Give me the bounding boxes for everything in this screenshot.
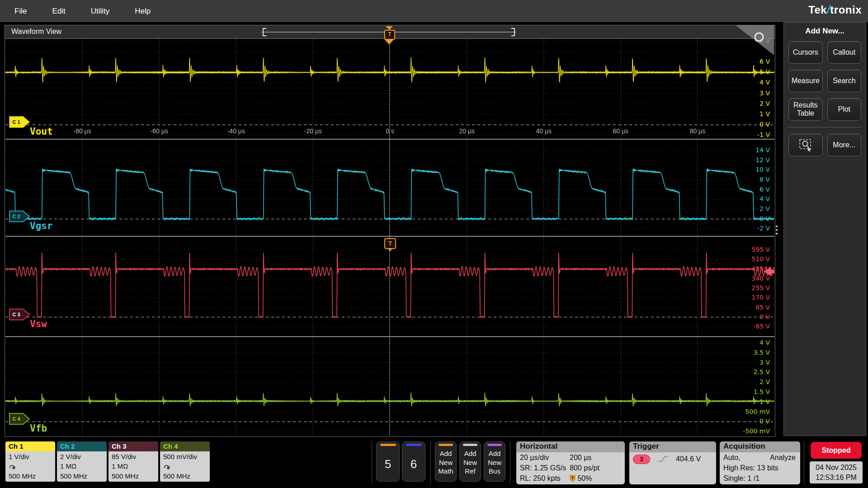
vtick-vsw: 595 V <box>729 246 770 253</box>
channel-scale: 2 V/div <box>60 452 104 461</box>
footer-separator <box>372 441 372 484</box>
accent-strip <box>487 444 502 446</box>
channel-name-vfb: Vfb <box>30 423 47 434</box>
menu-item-file[interactable]: File <box>14 7 27 16</box>
vtick-vsw: 255 V <box>729 284 770 291</box>
vtick-vout: -1 V <box>729 131 770 138</box>
slice-divider <box>5 236 774 237</box>
vtick-vgsr: 8 V <box>729 176 770 183</box>
horizontal-window: 200 µs <box>570 452 591 463</box>
channel-panel-ch4[interactable]: Ch 4500 mV/div500 MHz <box>160 441 210 482</box>
acquisition-panel-title: Acquisition <box>720 441 800 452</box>
channel-slice-vgsr: 14 V12 V10 V8 V6 V4 V2 V0 V-2 VC 2Vgsr <box>5 140 774 236</box>
add-new-measure-button[interactable]: Measure <box>788 70 823 92</box>
vtick-vfb: 4 V <box>729 339 770 346</box>
channel-panel-ch3[interactable]: Ch 385 V/div1 MΩ500 MHz <box>108 441 158 482</box>
vtick-vsw: -85 V <box>729 323 770 330</box>
menu-item-edit[interactable]: Edit <box>52 7 65 16</box>
channel-bandwidth: 500 MHz <box>60 471 104 481</box>
add-new-math-button[interactable]: AddNewMath <box>435 441 457 482</box>
time-tick: -60 µs <box>151 127 168 135</box>
waveform-view-header: Waveform View T <box>5 25 775 39</box>
channel-badge-c4[interactable]: C 4 <box>9 413 30 425</box>
trigger-position-marker-icon[interactable] <box>384 39 394 45</box>
svg-text:C 2: C 2 <box>12 214 20 219</box>
menu-item-utility[interactable]: Utility <box>91 7 110 16</box>
channel-badge-c3[interactable]: C 3 <box>9 309 30 320</box>
panel-resize-handle[interactable] <box>776 224 778 236</box>
add-new-results-table-button[interactable]: Results Table <box>788 98 823 121</box>
zoom-select-button[interactable] <box>788 134 823 156</box>
channel-slice-vout: 8 V6 V5 V4 V3 V2 V1 V0 V-1 VC 1Vout-80 µ… <box>5 39 774 139</box>
time-tick: 0 s <box>386 127 394 135</box>
acquisition-resolution: High Res: 13 bits <box>720 463 800 473</box>
channel-panel-title: Ch 2 <box>57 441 107 451</box>
waveform-vfb <box>5 337 774 436</box>
acquisition-panel[interactable]: Acquisition Auto, Analyze High Res: 13 b… <box>720 441 800 484</box>
trigger-panel[interactable]: Trigger 3 404.6 V <box>629 441 716 484</box>
footer-bar: Ch 11 V/div500 MHzCh 22 V/div1 MΩ500 MHz… <box>0 440 868 488</box>
waveform-view-panel: Waveform View T 8 V6 V5 V4 V3 V2 V1 V0 V… <box>5 25 775 437</box>
add-new-sidebar: Add New... CursorsCalloutMeasureSearchRe… <box>783 22 866 436</box>
vtick-vfb: 2 V <box>729 378 770 385</box>
channel-panel-body: 500 mV/div500 MHz <box>160 451 210 482</box>
svg-text:C 3: C 3 <box>12 312 20 317</box>
channel-number: 5 <box>377 457 399 471</box>
vtick-vgsr: 2 V <box>729 205 770 212</box>
channel-badge-c2[interactable]: C 2 <box>9 211 30 222</box>
acquisition-status-badge[interactable]: Stopped <box>811 442 862 459</box>
channel-coupling: 1 MΩ <box>60 461 104 471</box>
channel-panel-title: Ch 3 <box>108 441 158 451</box>
add-new-search-button[interactable]: Search <box>827 70 862 92</box>
time-tick: -80 µs <box>73 127 91 135</box>
trigger-source-t-icon[interactable]: T <box>384 238 396 249</box>
add-new-callout-button[interactable]: Callout <box>827 41 862 64</box>
vtick-vfb: -500 mV <box>729 427 770 435</box>
vtick-vfb: 1.5 V <box>729 388 770 395</box>
sample-period: 800 ps/pt <box>570 463 599 473</box>
add-new-ref-button[interactable]: AddNewRef <box>459 441 481 482</box>
vtick-vsw: 510 V <box>729 255 770 263</box>
add-new-bus-button[interactable]: AddNewBus <box>484 441 505 482</box>
channel-panel-ch2[interactable]: Ch 22 V/div1 MΩ500 MHz <box>57 441 107 482</box>
channel-panel-body: 85 V/div1 MΩ500 MHz <box>108 451 158 482</box>
horizontal-panel-title: Horizontal <box>516 441 625 452</box>
trigger-level-arrow[interactable] <box>764 267 771 276</box>
channel-bandwidth: 500 MHz <box>163 471 207 481</box>
add-new-cursors-button[interactable]: Cursors <box>788 41 823 64</box>
trigger-position-t-icon[interactable]: T <box>384 30 395 40</box>
channel-badge-c1[interactable]: C 1 <box>9 116 30 128</box>
vtick-vout: 6 V <box>729 58 770 65</box>
zoom-select-icon <box>799 139 812 151</box>
trigger-flag-icon: T <box>570 475 576 482</box>
vtick-vsw: 85 V <box>729 304 770 311</box>
channel-name-vgsr: Vgsr <box>30 221 53 231</box>
vtick-vout: 5 V <box>729 68 770 75</box>
channel-button-5[interactable]: 5 <box>376 441 400 482</box>
channel-name-vsw: Vsw <box>30 319 47 329</box>
horizontal-panel[interactable]: Horizontal 20 µs/div 200 µs SR: 1.25 GS/… <box>516 441 625 484</box>
sidebar-divider <box>788 127 862 127</box>
accent-strip <box>380 444 396 446</box>
trigger-position-arrow-icon[interactable] <box>386 26 393 30</box>
channel-coupling: 1 MΩ <box>112 461 155 471</box>
channel-scale: 85 V/div <box>112 452 155 461</box>
footer-separator <box>804 441 804 484</box>
more-button[interactable]: More... <box>827 134 862 156</box>
menu-item-help[interactable]: Help <box>135 7 151 16</box>
time-text: 12:53:16 PM <box>810 473 863 483</box>
vtick-vgsr: 0 V <box>729 215 770 222</box>
vtick-vgsr: 4 V <box>729 195 770 202</box>
channel-panel-ch1[interactable]: Ch 11 V/div500 MHz <box>5 441 55 482</box>
add-new-plot-button[interactable]: Plot <box>827 98 862 121</box>
svg-text:C 4: C 4 <box>12 416 20 422</box>
sample-rate: SR: 1.25 GS/s <box>520 464 566 472</box>
time-tick: 60 µs <box>613 127 629 135</box>
time-tick: -20 µs <box>304 127 322 135</box>
add-new-title: Add New... <box>784 27 866 36</box>
time-tick: 80 µs <box>690 127 706 135</box>
accent-strip <box>406 444 422 446</box>
svg-text:T: T <box>571 476 574 480</box>
acquisition-single: Single: 1 /1 <box>720 473 800 483</box>
channel-button-6[interactable]: 6 <box>402 441 425 482</box>
